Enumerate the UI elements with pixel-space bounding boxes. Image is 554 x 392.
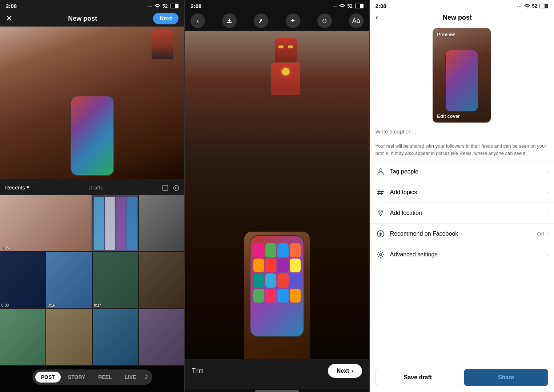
- ironman-head: [275, 38, 297, 62]
- settings-row-recommend-facebook[interactable]: Recommend on Facebook Off ›: [370, 224, 554, 244]
- drafts-label[interactable]: Drafts: [88, 184, 103, 191]
- thumb-duration-5: 0:16: [48, 303, 55, 307]
- gear-icon: [377, 251, 385, 259]
- view-toggles: ▢ ◎: [162, 183, 179, 192]
- thumb-7[interactable]: [139, 252, 184, 308]
- wifi-icon-3: [524, 4, 530, 8]
- panel-share: 2:08 ··· 52 ‹ New post Preview: [370, 0, 554, 392]
- close-button[interactable]: ✕: [6, 14, 12, 23]
- app-icon-2: [265, 243, 276, 257]
- battery-icon-2: [355, 4, 364, 8]
- app-icon-1: [253, 243, 264, 257]
- back-button-share[interactable]: ‹: [376, 13, 378, 22]
- app-icon-15: [277, 289, 288, 303]
- battery-icon-3: [539, 4, 548, 8]
- cover-preview-label: Preview: [437, 32, 455, 37]
- status-right-3: ··· 52: [517, 3, 548, 9]
- cover-phone-screen: [446, 50, 478, 111]
- thumb-1[interactable]: 0:05: [0, 195, 92, 251]
- music-button[interactable]: [254, 13, 268, 28]
- home-indicator-2: [255, 390, 299, 392]
- download-button[interactable]: [222, 13, 237, 28]
- tab-reel[interactable]: REEL: [92, 372, 117, 383]
- ironman-body: [271, 63, 300, 95]
- share-button[interactable]: Share: [464, 369, 548, 386]
- tab-post[interactable]: POST: [35, 372, 61, 383]
- next-button-1[interactable]: Next: [153, 13, 179, 24]
- ironman-figure: [264, 38, 308, 96]
- ironman-eye-left: [278, 45, 284, 48]
- camera-button[interactable]: ◎: [173, 183, 179, 192]
- emoji-button[interactable]: ☺: [317, 13, 332, 28]
- save-draft-button[interactable]: Save draft: [376, 369, 461, 386]
- caption-area[interactable]: [370, 124, 554, 138]
- thumb-6[interactable]: 0:17: [93, 252, 138, 308]
- thumb-11[interactable]: [139, 309, 184, 365]
- thumb-5[interactable]: 0:16: [46, 252, 92, 308]
- page-title-1: New post: [68, 15, 97, 23]
- add-topics-label: Add topics: [390, 189, 546, 196]
- preview-area-1[interactable]: [0, 27, 184, 179]
- svg-point-3: [526, 7, 527, 8]
- phone-device: [250, 235, 304, 337]
- tag-people-icon: [376, 167, 386, 177]
- svg-line-6: [381, 190, 382, 195]
- preview-image-1: [0, 27, 184, 179]
- tab-live[interactable]: LIVE: [119, 372, 142, 383]
- svg-rect-2: [227, 22, 232, 23]
- status-time-1: 2:08: [6, 3, 17, 9]
- advanced-settings-icon: [376, 249, 386, 260]
- app-icon-9: [253, 273, 264, 288]
- svg-point-11: [380, 253, 382, 256]
- add-location-label: Add location: [390, 210, 546, 216]
- tab-story[interactable]: STORY: [62, 372, 91, 383]
- svg-point-9: [380, 211, 381, 212]
- panel-video-editor: 2:08 ··· 52 ‹ ✦ ☺ Aa: [185, 0, 369, 392]
- recents-dropdown[interactable]: Recents ▾: [5, 184, 29, 191]
- back-button-editor[interactable]: ‹: [190, 13, 205, 28]
- editor-bottom-bar: Trim Next ›: [185, 359, 369, 389]
- add-topics-icon: [376, 187, 386, 197]
- app-icon-11: [277, 273, 288, 288]
- app-icon-6: [265, 259, 276, 273]
- wifi-icon-2: [339, 4, 345, 8]
- grid-view-button[interactable]: ▢: [162, 183, 169, 192]
- recommend-facebook-chevron: ›: [546, 231, 548, 237]
- thumb-9[interactable]: [46, 309, 92, 365]
- settings-row-add-topics[interactable]: Add topics ›: [370, 182, 554, 203]
- thumb-10[interactable]: [93, 309, 138, 365]
- recents-label: Recents: [5, 184, 25, 191]
- svg-point-4: [379, 169, 382, 172]
- status-right-1: ··· 52: [148, 3, 178, 9]
- status-time-3: 2:08: [376, 3, 386, 9]
- music-icon: [258, 17, 264, 24]
- ironman-chest: [282, 68, 289, 75]
- info-text-content: Your reel will be shared with your follo…: [376, 143, 546, 156]
- sparkle-button[interactable]: ✦: [286, 13, 300, 28]
- recommend-facebook-label: Recommend on Facebook: [390, 231, 537, 237]
- action-buttons: Save draft Share: [370, 363, 554, 392]
- cover-preview[interactable]: Preview Edit cover: [433, 28, 491, 123]
- thumb-8[interactable]: [0, 309, 45, 365]
- signal-dots-3: ···: [517, 4, 522, 9]
- settings-row-add-location[interactable]: Add location ›: [370, 203, 554, 224]
- thumb-2[interactable]: [92, 195, 138, 251]
- trim-button[interactable]: Trim: [192, 368, 203, 374]
- settings-row-tag-people[interactable]: Tag people ›: [370, 161, 554, 182]
- battery-label-2: 52: [347, 3, 352, 9]
- thumb-duration-6: 0:17: [94, 303, 101, 307]
- thumb-3[interactable]: [139, 195, 185, 251]
- caption-input[interactable]: [376, 128, 548, 135]
- add-location-chevron: ›: [546, 210, 548, 216]
- app-icon-14: [265, 289, 276, 303]
- text-button[interactable]: Aa: [349, 13, 364, 28]
- person-icon: [377, 168, 385, 176]
- next-button-editor[interactable]: Next ›: [328, 364, 362, 378]
- thumb-4[interactable]: 0:33: [0, 252, 45, 308]
- thumb-row-3: [0, 309, 184, 365]
- app-icon-8: [290, 259, 301, 273]
- advanced-settings-label: Advanced settings: [390, 251, 546, 258]
- video-area[interactable]: [185, 31, 369, 359]
- thumb-duration-1: 0:05: [1, 246, 9, 250]
- settings-row-advanced[interactable]: Advanced settings ›: [370, 244, 554, 265]
